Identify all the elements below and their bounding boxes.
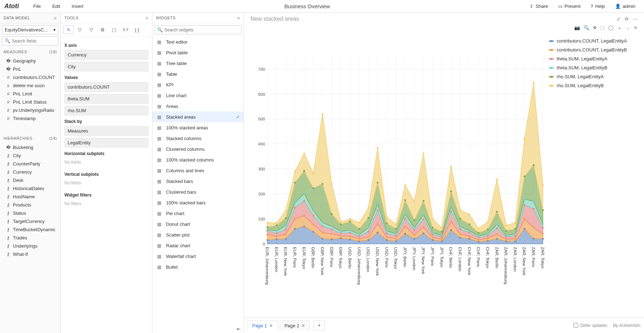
legend-item[interactable]: rho.SUM, LegalEntityA — [549, 72, 638, 81]
widget-option[interactable]: ▦100% stacked areas — [152, 122, 244, 133]
page-tab[interactable]: Page 2 ✕ — [280, 320, 310, 330]
measure-item[interactable]: xdelete me soon — [0, 81, 60, 90]
hierarchy-item[interactable]: ⚷TargetCurrency — [0, 217, 60, 225]
lasso-icon[interactable]: ◯ — [608, 25, 614, 31]
fields-search-input[interactable] — [12, 39, 56, 44]
hierarchy-item[interactable]: ⚷What-If — [0, 250, 60, 258]
measure-item[interactable]: �Geography — [0, 57, 60, 65]
expand-left-icon[interactable]: ⇤ — [152, 325, 244, 333]
measure-item[interactable]: #contributors.COUNT — [0, 73, 60, 81]
defer-updates[interactable]: Defer updates — [574, 323, 607, 328]
widget-option[interactable]: ▦Stacked bars — [152, 176, 244, 187]
add-page-button[interactable]: + — [313, 320, 325, 330]
field-chip[interactable]: rho.SUM — [64, 106, 148, 115]
widget-option[interactable]: ▦KPI — [152, 79, 244, 90]
fullscreen-icon[interactable]: ⤢ — [616, 16, 620, 22]
field-chip[interactable]: contributors.COUNT — [64, 82, 148, 92]
hierarchy-item[interactable]: ⚷HistoricalDates — [0, 184, 60, 193]
help-button[interactable]: ?Help — [586, 0, 609, 13]
widget-option[interactable]: ▦Waterfall chart — [152, 251, 244, 262]
zoom-icon[interactable]: 🔍 — [584, 25, 589, 31]
measure-item[interactable]: #PnL Limit Status — [0, 98, 60, 106]
collapse-tools-icon[interactable]: « — [146, 15, 148, 21]
widget-option[interactable]: ▦Donut chart — [152, 219, 244, 229]
legend-item[interactable]: rho.SUM, LegalEntityB — [549, 81, 638, 90]
field-chip[interactable]: Currency — [64, 50, 148, 60]
user-menu[interactable]: 👤admin — [611, 0, 640, 13]
field-chip[interactable]: City — [64, 62, 148, 71]
widgets-search[interactable]: 🔍 — [155, 25, 241, 34]
widgets-search-input[interactable] — [164, 28, 239, 33]
hierarchy-item[interactable]: ⚷City — [0, 151, 60, 160]
hierarchy-item[interactable]: ⚷Products — [0, 201, 60, 209]
autoscale-icon[interactable]: ⤧ — [634, 25, 638, 31]
camera-icon[interactable]: 📷 — [574, 25, 580, 31]
plus-icon[interactable]: ＋ — [617, 25, 622, 31]
legend-item[interactable]: contributors.COUNT, LegalEntityB — [549, 45, 638, 54]
share-button[interactable]: ⇪Share — [525, 0, 552, 13]
widget-option[interactable]: ▦Clustered columns — [152, 144, 244, 154]
stacked-area-chart[interactable]: 0100200300400500600700EUR, JohannesburgE… — [248, 33, 547, 317]
collapse-data-model-icon[interactable]: « — [54, 15, 57, 21]
legend-item[interactable]: theta.SUM, LegalEntityB — [549, 63, 638, 72]
widget-option[interactable]: ▦Scatter plot — [152, 229, 244, 240]
cube-select[interactable]: EquityDerivativesC... ▾ — [2, 25, 58, 34]
menu-insert[interactable]: Insert — [66, 0, 89, 13]
tool-tab-box[interactable]: ▢ — [109, 25, 119, 34]
defer-checkbox[interactable] — [574, 323, 578, 328]
tool-tab-sliders[interactable]: ⚙ — [97, 25, 108, 34]
menu-file[interactable]: File — [28, 0, 47, 13]
widget-option[interactable]: ▦Text editor — [152, 36, 244, 47]
field-chip[interactable]: theta.SUM — [64, 94, 148, 104]
tool-tab-code[interactable]: {·} — [132, 25, 142, 34]
close-icon[interactable]: ✕ — [301, 323, 305, 328]
menu-edit[interactable]: Edit — [47, 0, 66, 13]
hierarchy-item[interactable]: ⚷Status — [0, 209, 60, 217]
hierarchy-item[interactable]: ⚷HostName — [0, 193, 60, 201]
widget-option[interactable]: ▦Tree table — [152, 58, 244, 69]
hierarchy-item[interactable]: ⚷Trades — [0, 234, 60, 242]
widget-option[interactable]: ▦Line chart — [152, 90, 244, 101]
widget-option[interactable]: ▦Areas — [152, 101, 244, 111]
widget-option[interactable]: ▦Clustered bars — [152, 187, 244, 197]
pan-icon[interactable]: ✥ — [593, 25, 597, 31]
tool-tab-xy[interactable]: X·Y — [120, 25, 131, 34]
more-icon[interactable]: ⋯ — [633, 16, 638, 22]
legend-item[interactable]: contributors.COUNT, LegalEntityA — [549, 36, 638, 45]
measure-item[interactable]: #PnL Limit — [0, 90, 60, 98]
hierarchy-item[interactable]: �Bucketing — [0, 143, 60, 151]
measure-item[interactable]: #pv.UnderlyingsRatio — [0, 106, 60, 114]
widget-option[interactable]: ▦100% stacked columns — [152, 154, 244, 165]
tool-tab-filter[interactable]: ▽ — [74, 25, 85, 34]
collapse-widgets-icon[interactable]: « — [237, 15, 240, 21]
widget-option[interactable]: ▦Stacked areas✓ — [152, 111, 244, 122]
widget-option[interactable]: ▦Stacked columns — [152, 133, 244, 144]
field-chip[interactable]: LegalEntity — [64, 138, 148, 148]
field-chip[interactable]: Measures — [64, 126, 148, 136]
measure-item[interactable]: �PnL — [0, 65, 60, 73]
hierarchy-item[interactable]: ⚷Currency — [0, 168, 60, 176]
tool-tab-filter2[interactable]: ▽ — [86, 25, 97, 34]
measure-item[interactable]: #Timestamp — [0, 114, 60, 123]
close-icon[interactable]: ✕ — [269, 323, 273, 328]
tool-tab-edit[interactable]: ✎ — [63, 25, 74, 34]
widget-option[interactable]: ▦Bullet — [152, 262, 244, 272]
chart-title[interactable]: New stacked areas — [250, 16, 299, 22]
refresh-icon[interactable]: ⟳ — [625, 16, 629, 22]
hierarchy-item[interactable]: ⚷TimeBucketDynamic — [0, 225, 60, 234]
legend-item[interactable]: theta.SUM, LegalEntityA — [549, 54, 638, 63]
widget-option[interactable]: ▦Columns and lines — [152, 165, 244, 176]
widget-option[interactable]: ▦Radar chart — [152, 240, 244, 251]
select-icon[interactable]: ⬚ — [600, 25, 605, 31]
hierarchy-item[interactable]: ⚷Underlyings — [0, 242, 60, 250]
fields-search[interactable]: 🔍 — [2, 36, 58, 45]
page-tab[interactable]: Page 1 ✕ — [248, 320, 278, 330]
present-button[interactable]: ▭Present — [554, 0, 585, 13]
widget-option[interactable]: ▦100% stacked bars — [152, 197, 244, 208]
hierarchy-item[interactable]: ⚷Desk — [0, 176, 60, 184]
widget-option[interactable]: ▦Table — [152, 69, 244, 79]
hierarchy-item[interactable]: ⚷CounterParty — [0, 160, 60, 168]
widget-option[interactable]: ▦Pie chart — [152, 208, 244, 219]
widget-option[interactable]: ▦Pivot table — [152, 47, 244, 58]
dashboard-title[interactable]: Business Overview — [89, 3, 525, 9]
